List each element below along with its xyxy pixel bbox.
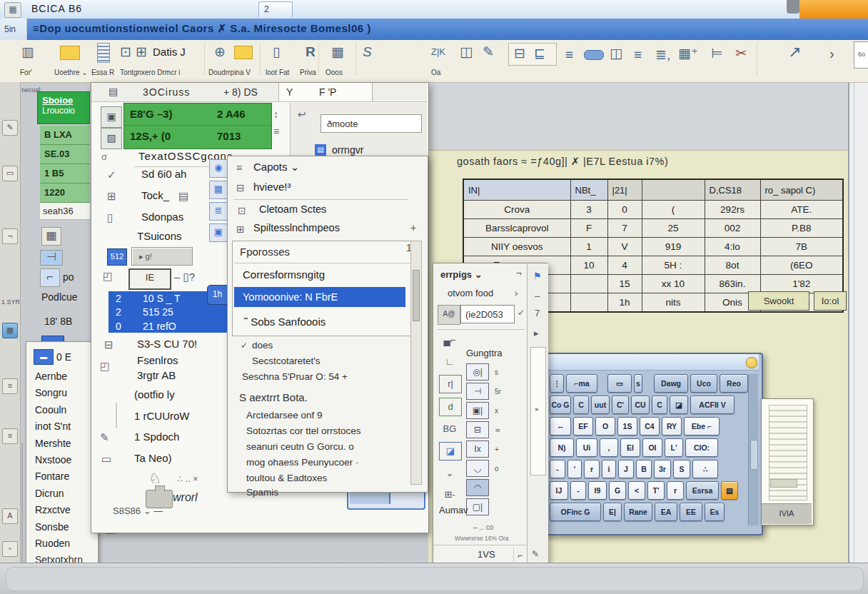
cell-icon[interactable]: ⊡ [120, 44, 131, 60]
fill-tool-icon[interactable]: ▦ [2, 323, 18, 338]
row-pattern-icon[interactable]: ▨ [101, 128, 122, 149]
menu-item-line2[interactable]: 3rgtr AB [137, 369, 176, 381]
field-list-first-item[interactable]: 0 E [56, 351, 71, 363]
keyboard-key[interactable]: O [595, 417, 615, 436]
app-icon[interactable]: ▦ [4, 2, 21, 18]
dialog-tool-icon[interactable]: d [439, 398, 462, 416]
field-list-item[interactable]: Mershte [35, 438, 96, 454]
list-tool-icon[interactable]: ≡ [2, 428, 18, 444]
keyboard-key[interactable]: C [652, 396, 667, 414]
keyboard-key[interactable]: EE [680, 503, 702, 521]
list-tile-icon[interactable]: ≣ [209, 202, 228, 221]
keyboard-key[interactable]: Ui [576, 438, 597, 457]
chevron-right-icon[interactable]: › [829, 46, 834, 61]
dialog-tool-icon[interactable]: r| [439, 375, 462, 393]
keyboard-key[interactable]: Reo [720, 374, 748, 393]
keyboard-key[interactable]: EI [620, 438, 640, 457]
sheet-item[interactable]: Podlcue [41, 291, 78, 303]
dialog-tool-icon[interactable]: ∟ [439, 353, 460, 371]
keyboard-title-bar[interactable] [545, 354, 759, 371]
globe-icon[interactable]: ⊕ [214, 44, 226, 60]
keyboard-key[interactable]: OFinc G [550, 503, 601, 521]
indent-icon[interactable]: ⊨ [711, 46, 723, 61]
keyboard-key[interactable]: Uco [690, 374, 717, 393]
keyboard-key[interactable]: N) [550, 438, 574, 457]
field-list-item[interactable]: Aernbe [35, 371, 96, 387]
keyboard-key[interactable]: Dawg [654, 374, 688, 393]
field-list-item[interactable]: Songru [35, 387, 96, 403]
sheet-cell[interactable]: SE.03 [40, 145, 90, 164]
submenu-item[interactable]: Capots ⌄ [253, 161, 299, 173]
dialog-tile-icon[interactable]: ◠ [466, 479, 489, 496]
keyboard-key[interactable]: ∴ [692, 460, 718, 478]
menu-item[interactable]: 1 Spdoch [134, 431, 179, 443]
keyboard-key[interactable]: B [636, 460, 652, 478]
font-tool-icon[interactable]: A [2, 508, 18, 524]
keyboard-key[interactable]: C' [612, 396, 629, 414]
keyboard-key[interactable]: ⋮ [550, 374, 564, 393]
menu-header-tab[interactable]: Y F 'P [278, 83, 373, 101]
field-list-item[interactable]: Nxstooe [35, 454, 96, 470]
blank-tool-icon[interactable]: ▫ [2, 541, 18, 557]
green-row[interactable]: E8'G –3) 2 A46 [124, 104, 271, 126]
menu-item[interactable]: Ta Neo) [134, 452, 172, 464]
keyboard-key[interactable]: ⌐ma [566, 374, 597, 393]
grid-icon[interactable]: ▦ [331, 44, 344, 60]
submenu-scrollbar[interactable] [410, 241, 422, 485]
keyboard-key[interactable]: r [584, 460, 600, 478]
keyboard-key[interactable]: Es [705, 503, 725, 521]
dialog-tile-icon[interactable]: ⊣ [466, 383, 489, 400]
dialog-tile-icon[interactable]: ◎| [466, 363, 489, 381]
table-add-icon[interactable]: ▦⁺ [678, 46, 698, 61]
submenu-list-item[interactable]: Sotozrtas cor ttel orrstoces [246, 426, 361, 436]
swirl-icon[interactable]: S [363, 44, 372, 60]
field-list-item[interactable]: inot S'nt [35, 421, 96, 437]
sheet-corner-icon[interactable]: ⌐ [40, 268, 60, 287]
page-icon[interactable]: ▯ [273, 44, 280, 60]
table-row[interactable]: Crova30(292rsATE. [463, 201, 843, 219]
keyboard-key[interactable]: J [618, 460, 634, 478]
dialog-tool-icon[interactable]: ⊞- [439, 486, 460, 503]
redo-arrow-icon[interactable]: ↗ [788, 44, 801, 60]
dialog-tool-icon[interactable]: ◪ [439, 442, 462, 460]
sheet-white-cell[interactable]: seah36 [40, 203, 90, 220]
keyboard-key[interactable]: Ebe ⌐ [684, 417, 720, 436]
sort-icon[interactable]: ≣, [655, 47, 670, 63]
field-list-item[interactable]: Rzxctve [35, 504, 96, 520]
menu-item[interactable]: Fsenlros [137, 354, 178, 366]
keyboard-key[interactable]: i [602, 460, 616, 478]
sheet-tab-icon[interactable]: ⊣ [40, 250, 63, 266]
menu-item[interactable]: Sd 6i0 ah [141, 168, 186, 180]
cancel-button[interactable]: Io:ol [814, 291, 847, 311]
submenu-item[interactable]: Spiltesslnchmpeos [253, 222, 340, 233]
keyboard-key[interactable]: G [609, 481, 626, 500]
pointer-icon[interactable]: ▸ [534, 328, 539, 338]
fill-color-icon[interactable] [60, 46, 80, 60]
rows-icon[interactable] [97, 43, 110, 63]
menu-item[interactable]: wrorl [173, 491, 198, 504]
dialog-tile-icon[interactable]: ⊟ [466, 421, 489, 438]
rows-side-icon[interactable]: ≡ [273, 126, 279, 137]
corner-tool-icon[interactable]: ¬ [2, 228, 18, 244]
keyboard-key[interactable]: , [600, 438, 618, 457]
inline-widget[interactable]: ▸ g! [131, 247, 193, 266]
pencil-status-icon[interactable]: ✎ [532, 549, 539, 559]
menu-item[interactable]: TSuicons [137, 230, 182, 242]
submenu-list-item[interactable]: Secstcotaretet's [252, 356, 321, 366]
pencil-tool-icon[interactable]: ✎ [2, 120, 18, 136]
keyboard-key[interactable]: -- [550, 417, 571, 436]
box-tile-icon[interactable]: ▣ [209, 223, 228, 242]
submenu-list-item[interactable]: mog ohaess Peunyucoer · [246, 457, 359, 468]
ie-widget-box[interactable]: IE [128, 268, 171, 290]
undo-icon[interactable]: ↩ [298, 109, 306, 120]
shape-tool-icon[interactable]: ▭ [2, 166, 18, 181]
strikethrough-icon[interactable]: Z|K [431, 44, 445, 60]
scrollbar-thumb[interactable] [413, 270, 420, 321]
field-list-item[interactable]: Sonsbe [35, 521, 96, 538]
keyboard-key[interactable]: < [628, 481, 645, 500]
dialog-tile-icon[interactable]: ▢| [466, 498, 489, 515]
keyboard-key[interactable]: Co G [550, 396, 571, 414]
chart-icon[interactable]: ▥ [21, 44, 34, 60]
keyboard-key[interactable]: EA [655, 503, 677, 521]
zoom-box[interactable]: 6o [854, 41, 868, 69]
